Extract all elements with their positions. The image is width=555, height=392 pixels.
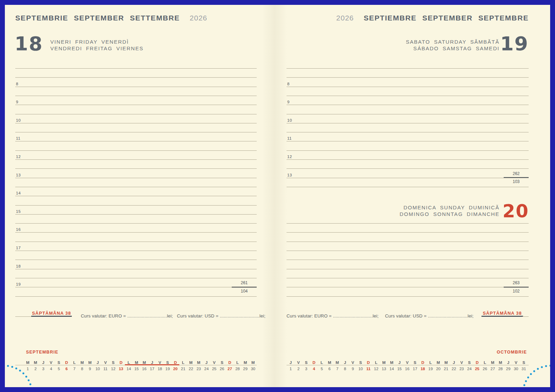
calendar-day-number: 14 — [388, 367, 395, 371]
day-19-names: SABATO SATURDAY SÂMBĂTĂ SÁBADO SAMSTAG S… — [406, 38, 500, 52]
calendar-day-letter: M — [435, 360, 442, 365]
hour-label: 8 — [287, 81, 290, 86]
calendar-day-letter: V — [47, 360, 55, 365]
rule-line — [15, 242, 257, 242]
right20-page-number-top: 263 — [504, 281, 529, 285]
rule-line — [287, 123, 529, 123]
calendar-day-number: 15 — [396, 367, 403, 371]
calendar-day-letter: S — [302, 360, 310, 365]
rule-line — [15, 196, 257, 196]
calendar-day-letter: J — [450, 360, 458, 365]
calendar-day-number: 4 — [47, 367, 55, 371]
calendar-day-letter: V — [403, 360, 411, 365]
hour-label: 19 — [16, 282, 21, 287]
day-20-names-line1: DOMENICA SUNDAY DUMINICĂ — [400, 204, 500, 211]
day-18-names-line1: VINERI FRIDAY VENERDÌ — [50, 38, 144, 45]
hour-label: 15 — [16, 209, 21, 214]
rule-line — [287, 178, 529, 178]
hour-label: 11 — [16, 136, 20, 141]
rule-line — [287, 105, 529, 105]
left-week-label: SĂPTĂMÂNA 38 — [31, 311, 72, 316]
calendar-day-number: 23 — [195, 367, 203, 371]
calendar-day-letter: M — [326, 360, 333, 365]
hour-label: 9 — [16, 99, 18, 104]
calendar-day-letter: M — [24, 360, 32, 365]
calendar-day-number: 27 — [226, 367, 233, 371]
day-20-names: DOMENICA SUNDAY DUMINICĂ DOMINGO SONNTAG… — [400, 204, 500, 217]
calendar-day-letter: L — [318, 360, 326, 365]
calendar-day-letter: M — [388, 360, 395, 365]
calendar-day-letter: D — [419, 360, 427, 365]
calendar-day-number: 14 — [125, 367, 133, 371]
calendar-day-number: 24 — [203, 367, 210, 371]
rule-line — [15, 159, 257, 160]
week-row-line — [15, 316, 32, 317]
calendar-day-number: 26 — [218, 367, 226, 371]
day-number-19: 19 — [500, 34, 529, 53]
right-week-label: SĂPTĂMÂNA 38 — [481, 311, 523, 316]
rule-line — [287, 159, 529, 160]
calendar-day-letter: D — [226, 360, 233, 365]
hour-label: 9 — [287, 99, 290, 104]
calendar-week-underline — [125, 364, 179, 365]
rule-line — [15, 251, 257, 251]
calendar-day-number: 30 — [249, 367, 257, 371]
calendar-day-letter: V — [102, 360, 109, 365]
calendar-day-letter: J — [40, 360, 47, 365]
left-page-number-top: 261 — [232, 281, 257, 285]
calendar-day-number: 18 — [419, 367, 427, 371]
rule-line — [15, 132, 257, 132]
calendar-day-number: 12 — [109, 367, 117, 371]
day-18-names-line2: VENDREDI FREITAG VIERNES — [50, 45, 144, 52]
rule-line — [15, 223, 257, 224]
right-month-header: 2026 SEPTIEMBRE SEPTEMBER SEPTEMBRE — [336, 14, 529, 22]
rule-line — [287, 232, 529, 233]
calendar-day-letter: M — [187, 360, 195, 365]
right20-page-number-bottom: 102 — [504, 289, 529, 294]
right-year: 2026 — [336, 14, 354, 22]
page-gutter — [262, 5, 287, 387]
calendar-day-letter: J — [341, 360, 349, 365]
rule-line — [15, 68, 257, 69]
calendar-day-number: 8 — [341, 367, 349, 371]
rule-line — [287, 242, 529, 242]
calendar-day-number: 20 — [435, 367, 442, 371]
calendar-day-letter: S — [109, 360, 117, 365]
calendar-day-letter: L — [234, 360, 241, 365]
rule-line — [15, 278, 257, 278]
week-row-line-right — [522, 316, 529, 317]
calendar-day-letter: M — [32, 360, 39, 365]
calendar-day-letter: V — [458, 360, 466, 365]
day-number-18: 18 — [15, 34, 43, 53]
rule-line — [287, 114, 529, 114]
rule-line — [287, 87, 529, 87]
calendar-day-number: 30 — [512, 367, 520, 371]
calendar-day-letter: D — [365, 360, 372, 365]
rule-line — [15, 178, 257, 178]
hour-label: 12 — [287, 154, 292, 159]
calendar-day-number: 12 — [372, 367, 380, 371]
rule-line — [15, 96, 257, 96]
calendar-day-number: 21 — [442, 367, 450, 371]
rule-line — [287, 251, 529, 251]
calendar-day-number: 25 — [473, 367, 481, 371]
rule-line — [15, 87, 257, 87]
day-18-names: VINERI FRIDAY VENERDÌ VENDREDI FREITAG V… — [50, 38, 144, 52]
calendar-day-number: 17 — [411, 367, 419, 371]
calendar-day-number: 25 — [211, 367, 218, 371]
calendar-day-letter: M — [86, 360, 94, 365]
calendar-day-number: 23 — [458, 367, 466, 371]
calendar-day-letter: D — [117, 360, 125, 365]
calendar-day-letter: S — [218, 360, 226, 365]
calendar-day-letter: D — [63, 360, 70, 365]
calendar-day-letter: M — [380, 360, 388, 365]
calendar-day-letter: V — [211, 360, 218, 365]
calendar-day-letter: S — [55, 360, 63, 365]
rule-line — [287, 141, 529, 141]
calendar-day-letter: S — [357, 360, 365, 365]
calendar-day-number: 22 — [187, 367, 195, 371]
calendar-day-number: 19 — [164, 367, 171, 371]
calendar-day-letter: L — [70, 360, 78, 365]
calendar-day-letter: M — [195, 360, 203, 365]
calendar-day-number: 11 — [365, 367, 372, 371]
